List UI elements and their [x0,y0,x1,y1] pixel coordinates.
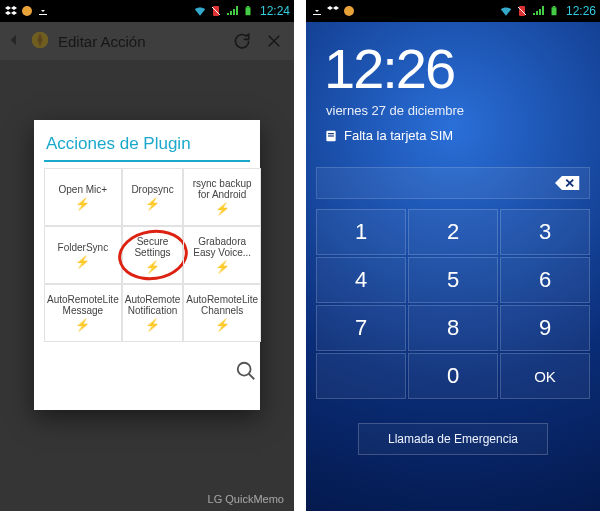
dropbox-icon [326,4,340,18]
svg-rect-3 [247,6,250,7]
empty-cell [44,342,122,400]
key-6[interactable]: 6 [500,257,590,303]
plugin-item-autoremote-msg[interactable]: AutoRemoteLite Message⚡ [44,284,122,342]
svg-rect-11 [328,133,334,134]
svg-rect-2 [245,7,250,15]
plugin-label: AutoRemoteLite Message [47,294,119,316]
key-ok[interactable]: OK [500,353,590,399]
plugin-actions-popup: Acciones de Plugin Open Mic+⚡ Dropsync⚡ … [34,120,260,410]
status-bar: 12:24 [0,0,294,22]
signal-icon [225,4,239,18]
pin-display [316,167,590,199]
bolt-icon: ⚡ [75,318,90,332]
status-time: 12:24 [260,4,290,18]
bolt-icon: ⚡ [215,318,230,332]
plugin-item-dropsync[interactable]: Dropsync⚡ [122,168,184,226]
search-icon [235,360,257,382]
right-phone: 12:26 12:26 viernes 27 de diciembre Falt… [306,0,600,511]
bolt-icon: ⚡ [75,197,90,211]
empty-cell [122,342,184,400]
emergency-call-button[interactable]: Llamada de Emergencia [358,423,548,455]
plugin-item-autoremote-chan[interactable]: AutoRemoteLite Channels⚡ [183,284,261,342]
plugin-label: rsync backup for Android [186,178,258,200]
search-button[interactable] [183,342,261,400]
lock-date: viernes 27 de diciembre [326,103,600,118]
download-icon [36,4,50,18]
key-0[interactable]: 0 [408,353,498,399]
key-4[interactable]: 4 [316,257,406,303]
sync-icon [342,4,356,18]
svg-rect-8 [551,7,556,15]
wifi-icon [499,4,513,18]
battery-icon [241,4,255,18]
lock-clock: 12:26 [324,36,600,101]
plugin-label: FolderSync [58,242,109,253]
key-8[interactable]: 8 [408,305,498,351]
key-5[interactable]: 5 [408,257,498,303]
battery-icon [547,4,561,18]
lg-watermark: LG QuickMemo [208,493,284,505]
wifi-icon [193,4,207,18]
plugin-label: Open Mic+ [59,184,108,195]
bolt-icon: ⚡ [145,318,160,332]
plugin-grid: Open Mic+⚡ Dropsync⚡ rsync backup for An… [44,168,250,400]
plugin-item-open-mic[interactable]: Open Mic+⚡ [44,168,122,226]
plugin-label: Grabadora Easy Voice... [186,236,258,258]
key-1[interactable]: 1 [316,209,406,255]
plugin-label: AutoRemote Notification [125,294,181,316]
bolt-icon: ⚡ [145,197,160,211]
key-7[interactable]: 7 [316,305,406,351]
key-9[interactable]: 9 [500,305,590,351]
bolt-icon: ⚡ [145,260,160,274]
svg-point-0 [22,6,32,16]
sim-icon [324,129,338,143]
key-blank [316,353,406,399]
svg-rect-12 [328,135,334,136]
plugin-label: Secure Settings [125,236,181,258]
svg-point-5 [238,363,251,376]
left-phone: 12:24 Editar Acción Acciones de Plugin O… [0,0,294,511]
download-icon [310,4,324,18]
svg-point-6 [344,6,354,16]
popup-divider [44,160,250,162]
signal-icon [531,4,545,18]
plugin-label: AutoRemoteLite Channels [186,294,258,316]
key-2[interactable]: 2 [408,209,498,255]
plugin-item-easy-voice[interactable]: Grabadora Easy Voice...⚡ [183,226,261,284]
bolt-icon: ⚡ [215,202,230,216]
pin-keypad: 1 2 3 4 5 6 7 8 9 0 OK [316,209,590,399]
key-3[interactable]: 3 [500,209,590,255]
plugin-label: Dropsync [131,184,173,195]
plugin-item-rsync[interactable]: rsync backup for Android⚡ [183,168,261,226]
plugin-item-foldersync[interactable]: FolderSync⚡ [44,226,122,284]
svg-rect-9 [553,6,556,7]
sim-status: Falta la tarjeta SIM [324,128,600,143]
bolt-icon: ⚡ [215,260,230,274]
status-bar: 12:26 [306,0,600,22]
no-sim-icon [515,4,529,18]
no-sim-icon [209,4,223,18]
plugin-item-secure-settings[interactable]: Secure Settings⚡ [122,226,184,284]
dropbox-icon [4,4,18,18]
bolt-icon: ⚡ [75,255,90,269]
status-time: 12:26 [566,4,596,18]
sim-message: Falta la tarjeta SIM [344,128,453,143]
plugin-item-autoremote-notif[interactable]: AutoRemote Notification⚡ [122,284,184,342]
popup-title: Acciones de Plugin [44,134,250,154]
backspace-button[interactable] [555,174,581,192]
sync-icon [20,4,34,18]
